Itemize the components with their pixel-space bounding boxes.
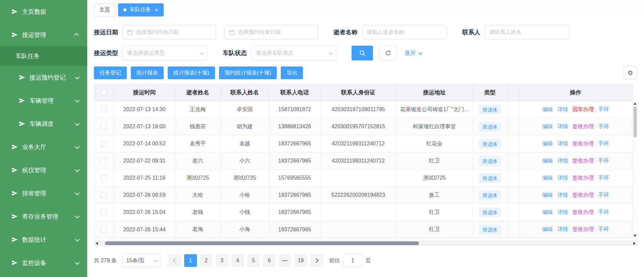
table-wrap: 接运时间逝者姓名联系人姓名联系人电话联系人身份证接运地址类型操作 2022-07…	[94, 84, 637, 238]
date-end-input[interactable]	[225, 25, 318, 40]
sidebar-item-主页数据[interactable]: 主页数据	[0, 0, 87, 23]
sidebar-item-殡仪管理[interactable]: 殡仪管理	[0, 158, 87, 182]
stats-report-shiyan-button[interactable]: 统计报表(十堰)	[168, 66, 215, 79]
action-edit-link[interactable]: 编辑	[542, 157, 553, 165]
settings-button[interactable]: ⚙	[623, 66, 637, 79]
sidebar-item-车辆调度[interactable]: 车辆调度	[0, 112, 87, 135]
action-sign-off-link[interactable]: 签收办理	[573, 192, 594, 199]
row-checkbox[interactable]	[101, 141, 107, 147]
scroll-up-arrow[interactable]	[633, 101, 637, 106]
contact-name-field[interactable]	[489, 29, 565, 35]
sidebar-item-接运预约登记[interactable]: 接运预约登记	[0, 66, 87, 89]
action-detail-link[interactable]: 详情	[557, 106, 568, 113]
sidebar-item-接运管理[interactable]: 接运管理	[0, 23, 87, 46]
prev-page-button[interactable]	[168, 254, 181, 267]
action-wristband-link[interactable]: 手环	[598, 226, 609, 233]
action-sign-off-link[interactable]: 签收办理	[573, 157, 594, 165]
pager-page-6[interactable]: 6	[263, 254, 276, 267]
action-wristband-link[interactable]: 手环	[598, 123, 609, 130]
action-detail-link[interactable]: 详情	[557, 226, 568, 233]
stats-report-button[interactable]: 统计报表	[131, 66, 164, 79]
action-edit-link[interactable]: 编辑	[542, 140, 553, 147]
action-detail-link[interactable]: 详情	[557, 123, 568, 130]
action-wristband-link[interactable]: 手环	[598, 106, 609, 113]
sidebar-item-车队任务[interactable]: 车队任务	[0, 46, 87, 66]
action-edit-link[interactable]: 编辑	[542, 226, 553, 233]
deceased-name-field[interactable]	[367, 29, 442, 35]
tab-主页[interactable]: 主页	[94, 3, 115, 16]
action-sign-off-link[interactable]: 签收办理	[573, 140, 594, 147]
action-detail-link[interactable]: 详情	[557, 140, 568, 147]
pager-page-19[interactable]: 19	[294, 254, 307, 267]
date-start-input[interactable]	[123, 25, 216, 40]
cell-contact-name: 小钱	[220, 204, 269, 221]
pager-page-5[interactable]: 5	[247, 254, 260, 267]
action-wristband-link[interactable]: 手环	[598, 157, 609, 165]
page-size-select[interactable]: 15条/页	[122, 254, 161, 267]
action-detail-link[interactable]: 详情	[557, 209, 568, 216]
reservation-report-shiyan-button[interactable]: 预约统计报表(十堰)	[219, 66, 277, 79]
action-edit-link[interactable]: 编辑	[542, 192, 553, 199]
action-edit-link[interactable]: 编辑	[542, 106, 553, 113]
action-sign-off-link[interactable]: 签收办理	[573, 175, 594, 182]
row-checkbox[interactable]	[101, 158, 107, 164]
action-edit-link[interactable]: 编辑	[542, 123, 553, 130]
row-checkbox[interactable]	[101, 175, 107, 181]
action-sign-off-link[interactable]: 签收办理	[573, 123, 594, 130]
scroll-down-arrow[interactable]	[633, 233, 637, 238]
refresh-button[interactable]	[379, 46, 397, 60]
date-start-field[interactable]	[136, 29, 212, 35]
select-all-checkbox[interactable]	[101, 90, 107, 96]
action-edit-link[interactable]: 编辑	[542, 175, 553, 182]
action-wristband-link[interactable]: 手环	[598, 175, 609, 182]
row-checkbox[interactable]	[101, 227, 107, 233]
horizontal-scroll-track[interactable]	[100, 240, 632, 246]
action-detail-link[interactable]: 详情	[557, 175, 568, 182]
action-detail-link[interactable]: 详情	[557, 157, 568, 165]
sidebar-item-寄存业务管理[interactable]: 寄存业务管理	[0, 205, 87, 228]
vertical-scrollbar[interactable]	[633, 101, 637, 238]
sidebar-item-数据统计[interactable]: 数据统计	[0, 228, 87, 251]
export-button[interactable]: 导出	[281, 66, 303, 79]
row-checkbox[interactable]	[101, 106, 107, 112]
action-return-car-link[interactable]: 回车办理	[573, 106, 594, 113]
sidebar-item-业务大厅[interactable]: 业务大厅	[0, 135, 87, 158]
header-checkbox-cell	[94, 84, 114, 101]
pager-ellipsis[interactable]: •••	[279, 254, 291, 267]
horizontal-scrollbar[interactable]	[94, 240, 637, 246]
action-wristband-link[interactable]: 手环	[598, 209, 609, 216]
fleet-status-select[interactable]: 请选择车队状态	[252, 46, 336, 60]
expand-link[interactable]: 展开	[405, 49, 421, 57]
pager-page-1[interactable]: 1	[184, 254, 197, 267]
horizontal-scroll-thumb[interactable]	[105, 241, 419, 245]
close-icon[interactable]: ×	[155, 7, 158, 13]
goto-page-input[interactable]	[343, 254, 363, 267]
pager-page-3[interactable]: 3	[216, 254, 228, 267]
action-edit-link[interactable]: 编辑	[542, 209, 553, 216]
sidebar-item-监控设备[interactable]: 监控设备	[0, 251, 87, 274]
tab-车队任务[interactable]: 车队任务×	[118, 3, 164, 16]
action-wristband-link[interactable]: 手环	[598, 192, 609, 199]
pickup-type-select[interactable]: 请选择接运类型	[123, 46, 207, 60]
search-button[interactable]	[352, 46, 373, 60]
date-end-field[interactable]	[238, 29, 314, 35]
action-sign-off-link[interactable]: 签收办理	[573, 209, 594, 216]
scroll-left-arrow[interactable]	[94, 240, 100, 246]
row-checkbox[interactable]	[101, 124, 107, 130]
sidebar-item-排班管理[interactable]: 排班管理	[0, 182, 87, 205]
pager-page-2[interactable]: 2	[200, 254, 213, 267]
scroll-right-arrow[interactable]	[632, 240, 637, 246]
row-checkbox[interactable]	[101, 209, 107, 215]
contact-name-input[interactable]	[485, 25, 570, 40]
type-tag: 接遗体	[479, 105, 501, 114]
row-checkbox[interactable]	[101, 192, 107, 198]
sidebar-item-车辆管理[interactable]: 车辆管理	[0, 89, 87, 112]
vertical-scroll-thumb[interactable]	[634, 106, 637, 137]
task-register-button[interactable]: 任务登记	[94, 66, 127, 79]
next-page-button[interactable]	[310, 254, 323, 267]
action-wristband-link[interactable]: 手环	[598, 140, 609, 147]
deceased-name-input[interactable]	[362, 25, 447, 40]
pager-page-4[interactable]: 4	[231, 254, 244, 267]
action-sign-off-link[interactable]: 签收办理	[573, 226, 594, 233]
action-detail-link[interactable]: 详情	[557, 192, 568, 199]
